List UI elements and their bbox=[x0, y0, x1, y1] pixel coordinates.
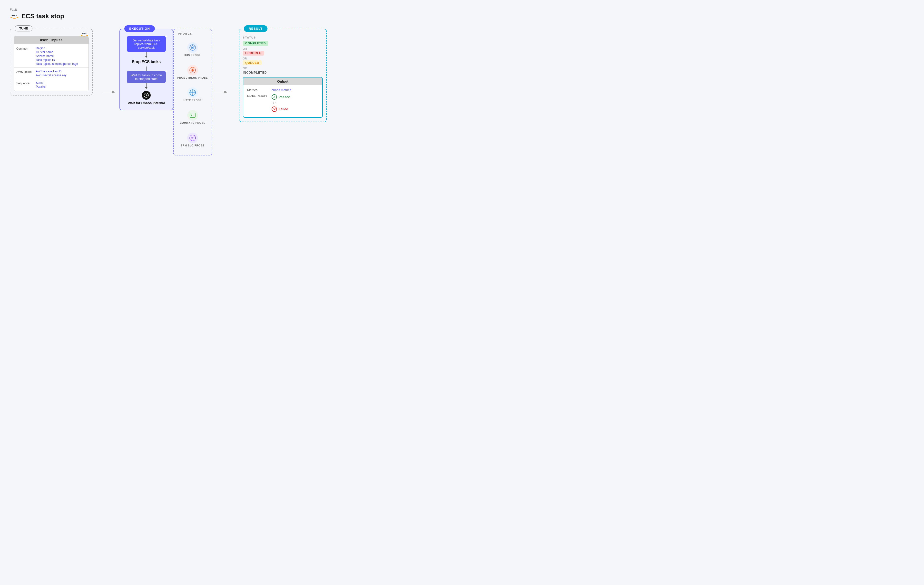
arrow-probes-to-result bbox=[214, 89, 229, 96]
tune-link-parallel[interactable]: Parallel bbox=[36, 85, 46, 89]
tune-link-access-key[interactable]: AWS access key ID bbox=[36, 70, 66, 73]
exec-arrow-1 bbox=[146, 52, 147, 56]
tune-link-service[interactable]: Service name bbox=[36, 54, 78, 58]
tune-row-common-label: Common bbox=[16, 46, 36, 50]
result-label: RESULT bbox=[244, 25, 267, 32]
execution-label: EXECUTION bbox=[124, 25, 155, 32]
page-label: Fault bbox=[10, 8, 914, 12]
exec-arrow-3 bbox=[146, 83, 147, 87]
srm-probe-icon bbox=[187, 133, 198, 143]
check-icon: ✓ bbox=[272, 94, 277, 100]
metrics-value: chaos metrics bbox=[272, 88, 291, 92]
probes-label: PROBES bbox=[178, 32, 192, 35]
aws-logo-text: aws bbox=[12, 14, 17, 17]
clock-icon bbox=[142, 91, 151, 100]
aws-logo: aws bbox=[10, 14, 19, 19]
or-2: OR bbox=[243, 57, 323, 60]
tune-inputs-table: User Inputs Common Region Cluster name S… bbox=[14, 36, 89, 91]
command-probe-label: COMMAND PROBE bbox=[180, 122, 206, 124]
probe-results-label: Probe Results bbox=[247, 94, 269, 98]
prometheus-probe-label: PROMETHEUS PROBE bbox=[178, 76, 208, 79]
tune-row-aws-secret: AWS secret AWS access key ID AWS secret … bbox=[14, 69, 89, 78]
probe-failed: ✕ Failed bbox=[272, 107, 290, 112]
command-probe-icon bbox=[187, 110, 198, 120]
svg-rect-18 bbox=[190, 113, 195, 117]
tune-link-task-replica-id[interactable]: Task replica ID bbox=[36, 58, 78, 62]
probe-passed: ✓ Passed bbox=[272, 94, 290, 100]
page-title: ECS task stop bbox=[21, 12, 64, 20]
exec-stop-text: Stop ECS tasks bbox=[132, 60, 161, 64]
probe-command: COMMAND PROBE bbox=[180, 110, 206, 124]
svg-point-6 bbox=[192, 47, 193, 48]
or-1: OR bbox=[243, 47, 323, 50]
svg-point-22 bbox=[192, 138, 193, 138]
exec-step-wait-stopped: ✦ Wait for tasks to come to stopped stat… bbox=[127, 71, 166, 83]
result-status-label: STATUS bbox=[243, 36, 323, 39]
arrow-tune-to-execution bbox=[102, 89, 117, 96]
probe-prometheus: PROMETHEUS PROBE bbox=[178, 65, 208, 79]
http-probe-icon bbox=[187, 87, 198, 98]
metrics-label: Metrics bbox=[247, 88, 269, 92]
status-queued-badge: QUEUED bbox=[243, 61, 262, 65]
k8s-probe-label: K8S PROBE bbox=[185, 54, 201, 56]
tune-row-sequence: Sequence Serial Parallel bbox=[14, 80, 89, 89]
result-probe-row: Probe Results ✓ Passed OR ✕ Failed bbox=[247, 94, 318, 112]
or-3: OR bbox=[243, 67, 323, 70]
tune-row-common: Common Region Cluster name Service name … bbox=[14, 46, 89, 66]
tune-row-aws-label: AWS secret bbox=[16, 70, 36, 74]
tune-label: TUNE bbox=[15, 25, 33, 31]
status-completed-badge: COMPLETED bbox=[243, 41, 268, 46]
execution-section: EXECUTION ✦ Derive/validate task replica… bbox=[119, 29, 173, 110]
result-metrics-row: Metrics chaos metrics bbox=[247, 88, 318, 92]
tune-link-cluster[interactable]: Cluster name bbox=[36, 50, 78, 54]
exec-arrow-2 bbox=[146, 66, 147, 71]
tune-section: TUNE aws User Inputs Common Region Clust… bbox=[10, 29, 92, 96]
exec-step-wait-chaos: Wait for Chaos Interval bbox=[128, 101, 165, 105]
x-icon: ✕ bbox=[272, 107, 277, 112]
spark-icon-2: ✦ bbox=[165, 69, 168, 74]
svg-point-8 bbox=[191, 69, 193, 71]
probes-section: PROBES K8S PROBE bbox=[173, 29, 212, 155]
tune-link-secret-key[interactable]: AWS secret access key bbox=[36, 74, 66, 77]
probe-srm: SRM SLO PROBE bbox=[181, 133, 205, 147]
prometheus-probe-icon bbox=[187, 65, 198, 76]
result-section: RESULT STATUS COMPLETED OR ERRORED OR QU… bbox=[239, 29, 327, 122]
tune-header: User Inputs bbox=[14, 36, 89, 44]
http-probe-label: HTTP PROBE bbox=[183, 99, 201, 102]
tune-link-task-replica-pct[interactable]: Task replica affected percentage bbox=[36, 62, 78, 66]
aws-corner-logo: aws bbox=[81, 32, 88, 36]
spark-icon-1: ✦ bbox=[165, 34, 168, 39]
probe-or: OR bbox=[272, 102, 290, 104]
srm-probe-label: SRM SLO PROBE bbox=[181, 144, 205, 147]
result-output-header: Output bbox=[243, 77, 322, 85]
tune-link-region[interactable]: Region bbox=[36, 46, 78, 50]
probe-k8s: K8S PROBE bbox=[185, 42, 201, 56]
exec-step-derive: ✦ Derive/validate task replica from ECS … bbox=[127, 36, 166, 52]
status-errored-badge: ERRORED bbox=[243, 51, 264, 56]
tune-row-sequence-label: Sequence bbox=[16, 81, 36, 85]
svg-line-3 bbox=[146, 95, 147, 96]
tune-link-serial[interactable]: Serial bbox=[36, 81, 46, 84]
result-output-box: Output Metrics chaos metrics Probe Resul… bbox=[243, 77, 323, 118]
probe-http: HTTP PROBE bbox=[183, 87, 201, 102]
status-incompleted-badge: INCOMPLETED bbox=[243, 71, 267, 74]
k8s-probe-icon bbox=[187, 42, 198, 53]
